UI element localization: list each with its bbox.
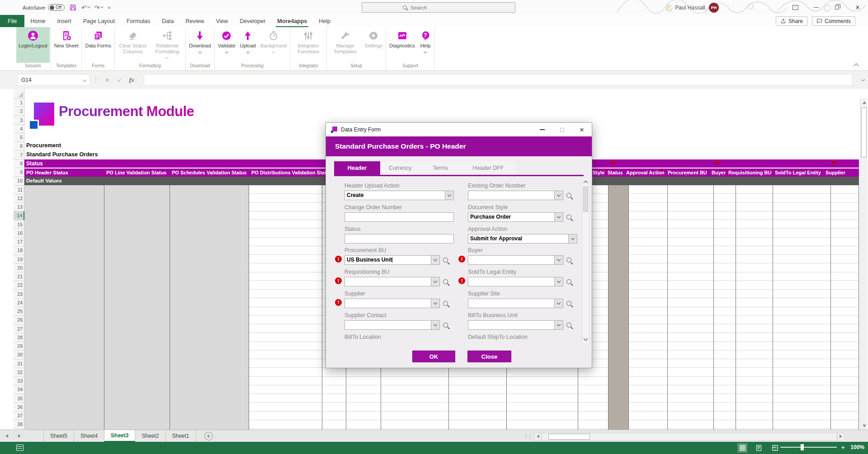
row-header-26[interactable]: 26 <box>14 316 24 324</box>
row-header-1[interactable]: 1 <box>14 98 24 107</box>
scrollbar-resize-grip[interactable]: ⋮⋮ <box>524 434 532 440</box>
document-style-combobox[interactable]: Purchase Order <box>468 212 563 222</box>
dropdown-chevron-icon[interactable] <box>225 50 228 53</box>
ribbon-tab-formulas[interactable]: Formulas <box>121 15 156 27</box>
upload-button[interactable]: Upload <box>238 27 258 63</box>
formula-input[interactable] <box>144 74 853 86</box>
dialog-tab-currency[interactable]: Currency <box>380 161 420 175</box>
combobox-dropdown-icon[interactable] <box>431 299 439 308</box>
name-box[interactable]: G14 <box>17 74 90 86</box>
billto-business-unit-combobox[interactable] <box>468 320 563 330</box>
combobox-dropdown-icon[interactable] <box>445 191 453 200</box>
dialog-close-icon[interactable]: ✕ <box>572 123 592 136</box>
sheet-tab-sheet2[interactable]: Sheet2 <box>135 430 165 442</box>
dialog-scroll-thumb[interactable] <box>583 187 588 212</box>
dropdown-chevron-icon[interactable] <box>424 50 427 53</box>
combobox-dropdown-icon[interactable] <box>554 213 563 221</box>
row-header-15[interactable]: 15 <box>14 220 24 229</box>
scroll-right-icon[interactable] <box>837 433 844 440</box>
procurement-bu-combobox[interactable]: US Business Unit <box>344 255 440 265</box>
ribbon-tab-insert[interactable]: Insert <box>52 15 77 27</box>
name-box-chevron-icon[interactable] <box>83 78 86 82</box>
diagnostics-button[interactable]: Diagnostics <box>387 27 417 63</box>
undo-icon[interactable]: ↶ <box>81 4 90 11</box>
zoom-out-icon[interactable]: − <box>772 443 776 451</box>
close-button[interactable]: Close <box>467 351 511 362</box>
ribbon-tab-file[interactable]: File <box>0 15 24 27</box>
download-button[interactable]: Download <box>187 27 213 63</box>
ribbon-tab-home[interactable]: Home <box>24 15 51 27</box>
requisitioning-bu-search-icon[interactable] <box>443 279 448 284</box>
ok-button[interactable]: OK <box>412 351 455 362</box>
row-header-36[interactable]: 36 <box>14 403 24 412</box>
normal-view-icon[interactable] <box>737 443 747 453</box>
customize-quick-access-icon[interactable]: ≂ <box>108 5 111 10</box>
sheet-tab-sheet5[interactable]: Sheet5 <box>43 430 74 442</box>
existing-order-number-search-icon[interactable] <box>566 193 571 198</box>
comments-button[interactable]: Comments <box>812 16 855 26</box>
row-header-14[interactable]: 14 <box>14 211 24 220</box>
dialog-tab-header[interactable]: Header <box>334 161 380 175</box>
select-all-corner[interactable] <box>14 89 24 98</box>
ribbon-tab-more4apps[interactable]: More4apps <box>271 15 313 27</box>
buyer-combobox[interactable] <box>468 255 563 265</box>
ribbon-tab-developer[interactable]: Developer <box>234 15 271 27</box>
enter-formula-icon[interactable]: ✓ <box>117 77 122 84</box>
supplier-contact-combobox[interactable] <box>344 320 440 330</box>
vertical-scroll-thumb[interactable] <box>861 108 867 157</box>
zoom-in-icon[interactable]: + <box>841 443 845 451</box>
dialog-scrollbar[interactable] <box>582 178 590 344</box>
supplier-contact-search-icon[interactable] <box>443 323 448 328</box>
filter-arrow-icon[interactable] <box>714 161 720 165</box>
zoom-slider-thumb[interactable] <box>801 444 804 450</box>
combobox-dropdown-icon[interactable] <box>554 256 563 264</box>
horizontal-scrollbar[interactable]: ⋮⋮ <box>524 432 844 440</box>
new-sheet-button[interactable]: New Sheet <box>52 27 81 63</box>
row-header-19[interactable]: 19 <box>14 255 24 264</box>
row-header-32[interactable]: 32 <box>14 368 24 377</box>
combobox-dropdown-icon[interactable] <box>568 234 577 243</box>
buyer-search-icon[interactable] <box>566 257 571 262</box>
zoom-level[interactable]: 100% <box>849 444 864 450</box>
ribbon-display-options-icon[interactable]: ^ <box>785 0 806 15</box>
row-header-29[interactable]: 29 <box>14 342 24 351</box>
row-header-37[interactable]: 37 <box>14 412 24 420</box>
existing-order-number-combobox[interactable] <box>468 191 563 200</box>
combobox-dropdown-icon[interactable] <box>554 321 563 329</box>
row-header-38[interactable]: 38 <box>14 420 24 429</box>
header-upload-action-combobox[interactable]: Create <box>344 191 454 200</box>
combobox-dropdown-icon[interactable] <box>554 277 563 286</box>
procurement-bu-search-icon[interactable] <box>443 257 448 262</box>
row-header-3[interactable]: 3 <box>14 116 24 125</box>
combobox-dropdown-icon[interactable] <box>554 299 563 308</box>
dialog-title-bar[interactable]: Data Entry Form ✕ <box>326 123 592 136</box>
row-header-5[interactable]: 5 <box>14 133 24 142</box>
row-header-16[interactable]: 16 <box>14 229 24 238</box>
dialog-tab-terms[interactable]: Terms <box>420 161 461 175</box>
macro-record-icon[interactable] <box>16 445 24 451</box>
search-input[interactable]: Search <box>362 2 515 13</box>
approval-action-combobox[interactable]: Submit for Approval <box>468 234 577 243</box>
row-header-2[interactable]: 2 <box>14 107 24 116</box>
zoom-slider[interactable] <box>780 447 837 448</box>
ribbon-tab-page-layout[interactable]: Page Layout <box>77 15 121 27</box>
filter-arrow-icon[interactable] <box>610 161 616 165</box>
row-header-30[interactable]: 30 <box>14 351 24 359</box>
row-header-33[interactable]: 33 <box>14 377 24 385</box>
supplier-site-combobox[interactable] <box>468 299 563 308</box>
row-header-25[interactable]: 25 <box>14 307 24 316</box>
insert-function-icon[interactable]: fx <box>129 76 134 84</box>
ribbon-tab-data[interactable]: Data <box>156 15 179 27</box>
billto-business-unit-search-icon[interactable] <box>566 323 571 328</box>
row-header-20[interactable]: 20 <box>14 264 24 272</box>
soldto-legal-entity-combobox[interactable] <box>468 277 563 286</box>
combobox-dropdown-icon[interactable] <box>431 256 439 264</box>
row-header-6[interactable]: 6 <box>14 142 24 150</box>
row-header-11[interactable]: 11 <box>14 186 24 194</box>
data-forms-button[interactable]: Data Forms <box>83 27 113 63</box>
dropdown-chevron-icon[interactable] <box>198 50 202 53</box>
sheet-nav-right-icon[interactable] <box>14 430 25 442</box>
status-input[interactable] <box>344 234 454 243</box>
cancel-formula-icon[interactable]: ✕ <box>105 77 110 84</box>
new-sheet-button[interactable]: + <box>204 432 213 440</box>
